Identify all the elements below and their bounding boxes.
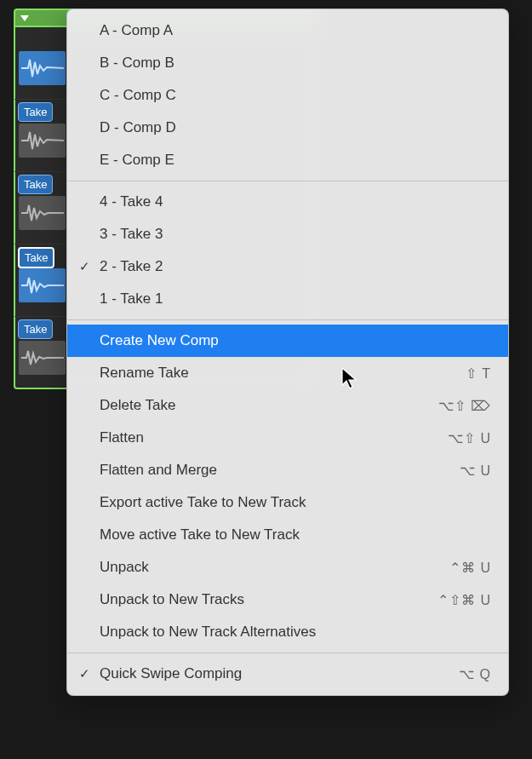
take-label[interactable]: Take: [18, 247, 54, 268]
waveform-icon: [19, 51, 66, 85]
menu-item-take[interactable]: 4 - Take 4: [67, 186, 508, 218]
menu-separator: [67, 653, 508, 653]
menu-label: A - Comp A: [100, 22, 173, 39]
menu-label: B - Comp B: [100, 55, 174, 72]
menu-separator: [67, 181, 508, 181]
menu-label: C - Comp C: [100, 87, 176, 104]
menu-label: Flatten: [100, 429, 144, 446]
menu-item-comp[interactable]: C - Comp C: [67, 79, 508, 112]
menu-label: Move active Take to New Track: [100, 526, 300, 543]
menu-item-take[interactable]: 1 - Take 1: [67, 283, 508, 315]
menu-item-flatten[interactable]: Flatten⌥⇧ U: [67, 422, 508, 454]
menu-separator: [67, 319, 508, 320]
menu-item-comp[interactable]: E - Comp E: [67, 144, 508, 176]
menu-item-flatten-merge[interactable]: Flatten and Merge⌥ U: [67, 454, 508, 486]
take-folder-context-menu: A - Comp A B - Comp B C - Comp C D - Com…: [66, 9, 509, 696]
menu-item-create-new-comp[interactable]: Create New Comp: [67, 325, 508, 357]
menu-item-take[interactable]: 3 - Take 3: [67, 218, 508, 250]
menu-label: 4 - Take 4: [100, 193, 163, 210]
menu-item-move-take[interactable]: Move active Take to New Track: [67, 519, 508, 551]
waveform-icon: [19, 268, 66, 302]
checkmark-icon: ✓: [79, 259, 90, 274]
menu-item-comp[interactable]: A - Comp A: [67, 14, 508, 47]
checkmark-icon: ✓: [79, 666, 90, 681]
take-label[interactable]: Take: [18, 319, 53, 339]
shortcut-label: ⇧ T: [466, 365, 491, 382]
waveform-icon: [19, 341, 66, 375]
shortcut-label: ⌥⇧ ⌦: [438, 398, 491, 414]
menu-item-take[interactable]: ✓2 - Take 2: [67, 250, 508, 283]
shortcut-label: ⌥ U: [460, 463, 491, 479]
shortcut-label: ⌃⇧⌘ U: [438, 592, 491, 608]
menu-label: Rename Take: [100, 365, 189, 382]
menu-label: Unpack to New Tracks: [100, 591, 244, 608]
waveform-icon: [19, 124, 66, 158]
menu-label: 1 - Take 1: [100, 290, 163, 308]
menu-label: Unpack: [100, 559, 149, 576]
menu-item-unpack[interactable]: Unpack⌃⌘ U: [67, 551, 508, 584]
menu-label: Unpack to New Track Alternatives: [100, 624, 316, 641]
disclosure-triangle-icon[interactable]: [20, 15, 29, 21]
menu-item-export-take[interactable]: Export active Take to New Track: [67, 486, 508, 519]
menu-label: Quick Swipe Comping: [100, 665, 242, 682]
take-label[interactable]: Take: [18, 175, 53, 194]
menu-item-rename-take[interactable]: Rename Take⇧ T: [67, 357, 508, 389]
menu-label: Create New Comp: [100, 332, 219, 349]
menu-label: Delete Take: [100, 397, 175, 414]
shortcut-label: ⌥⇧ U: [448, 430, 491, 446]
menu-item-comp[interactable]: D - Comp D: [67, 112, 508, 144]
menu-label: 2 - Take 2: [100, 258, 163, 275]
menu-item-comp[interactable]: B - Comp B: [67, 47, 508, 79]
menu-item-delete-take[interactable]: Delete Take⌥⇧ ⌦: [67, 389, 508, 422]
take-label[interactable]: Take: [18, 102, 53, 122]
menu-item-unpack-alternatives[interactable]: Unpack to New Track Alternatives: [67, 616, 508, 648]
menu-label: E - Comp E: [100, 152, 174, 169]
menu-label: 3 - Take 3: [100, 226, 163, 243]
menu-item-quick-swipe[interactable]: ✓Quick Swipe Comping⌥ Q: [67, 658, 508, 690]
menu-label: Export active Take to New Track: [100, 494, 306, 511]
waveform-icon: [19, 196, 66, 230]
shortcut-label: ⌥ Q: [459, 666, 491, 682]
menu-item-unpack-new-tracks[interactable]: Unpack to New Tracks⌃⇧⌘ U: [67, 584, 508, 616]
menu-label: D - Comp D: [100, 119, 176, 136]
shortcut-label: ⌃⌘ U: [449, 560, 491, 576]
menu-label: Flatten and Merge: [100, 462, 217, 479]
